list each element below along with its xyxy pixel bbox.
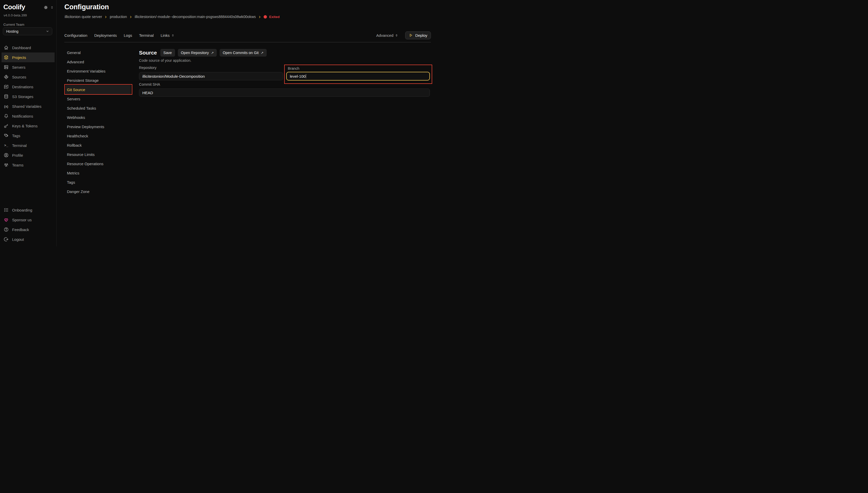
tabbar: Configuration Deployments Logs Terminal … — [64, 31, 431, 39]
status-dot-icon — [263, 15, 267, 19]
repository-input[interactable] — [139, 72, 283, 80]
sidebar-item-servers[interactable]: Servers — [2, 62, 55, 72]
map-icon — [4, 84, 9, 89]
help-icon — [4, 227, 9, 232]
chevrons-updown-icon — [395, 34, 398, 37]
terminal-icon: >_ — [4, 143, 9, 148]
team-select[interactable]: Hosting — [3, 27, 52, 35]
subnav-item-preview-deployments[interactable]: Preview Deployments — [65, 122, 131, 131]
config-subnav: General Advanced Environment Variables P… — [65, 48, 131, 196]
theme-sun-icon[interactable] — [43, 5, 48, 10]
logout-icon — [4, 237, 9, 242]
open-commits-button[interactable]: Open Commits on Git ↗ — [219, 49, 267, 57]
subnav-item-advanced[interactable]: Advanced — [65, 57, 131, 66]
sidebar-item-sources[interactable]: Sources — [2, 72, 55, 82]
current-team-label: Current Team — [3, 23, 24, 26]
sidebar-item-notifications[interactable]: Notifications — [2, 111, 55, 121]
source-header: Source Save Open Repository ↗ Open Commi… — [139, 49, 267, 57]
external-link-icon: ↗ — [261, 51, 263, 55]
subnav-item-general[interactable]: General — [65, 48, 131, 57]
deploy-button[interactable]: Deploy — [405, 31, 431, 39]
tab-terminal[interactable]: Terminal — [139, 33, 154, 38]
section-description: Code source of your application. — [139, 59, 191, 63]
sidebar-nav: Dashboard Projects Servers Sources Desti… — [0, 43, 56, 170]
sidebar-item-teams[interactable]: Teams — [2, 160, 55, 170]
database-icon — [4, 94, 9, 99]
branch-input[interactable]: level-100 — [286, 72, 430, 81]
checklist-icon — [4, 207, 9, 213]
subnav-item-webhooks[interactable]: Webhooks — [65, 113, 131, 122]
sidebar-footer-nav: Onboarding Sponsor us Feedback Logout — [0, 205, 56, 244]
breadcrumb: illicitonion quote server production ill… — [65, 15, 279, 19]
chevron-right-icon — [104, 16, 107, 19]
subnav-item-servers[interactable]: Servers — [65, 94, 131, 103]
home-icon — [4, 45, 9, 50]
chevron-down-icon — [46, 29, 49, 33]
coolify-app: Coolify v4.0.0-beta.399 Current Team Hos… — [0, 0, 434, 246]
status-badge: Exited — [269, 15, 280, 19]
sidebar-item-tags[interactable]: Tags — [2, 131, 55, 141]
text-cursor — [306, 74, 306, 78]
breadcrumb-environment[interactable]: production — [110, 15, 127, 19]
chevron-right-icon — [129, 16, 132, 19]
subnav-item-resource-limits[interactable]: Resource Limits — [65, 150, 131, 159]
main-content: Configuration illicitonion quote server … — [57, 0, 434, 246]
team-select-value: Hosting — [6, 29, 18, 34]
tab-logs[interactable]: Logs — [124, 33, 132, 38]
sidebar-item-dashboard[interactable]: Dashboard — [2, 43, 55, 52]
server-icon — [4, 65, 9, 70]
sidebar-item-destinations[interactable]: Destinations — [2, 82, 55, 92]
subnav-item-healthcheck[interactable]: Healthcheck — [65, 131, 131, 141]
subnav-item-persistent-storage[interactable]: Persistent Storage — [65, 76, 131, 85]
subnav-item-resource-operations[interactable]: Resource Operations — [65, 159, 131, 168]
sidebar-item-terminal[interactable]: >_ Terminal — [2, 141, 55, 150]
app-version: v4.0.0-beta.399 — [4, 14, 27, 17]
chevrons-updown-icon — [171, 34, 174, 37]
section-title: Source — [139, 50, 157, 56]
sidebar-item-onboarding[interactable]: Onboarding — [2, 205, 55, 215]
sidebar-item-projects[interactable]: Projects — [2, 52, 55, 62]
subnav-item-scheduled-tasks[interactable]: Scheduled Tasks — [65, 103, 131, 113]
tab-deployments[interactable]: Deployments — [94, 33, 117, 38]
sidebar-item-keys-tokens[interactable]: Keys & Tokens — [2, 121, 55, 131]
users-icon — [4, 163, 9, 168]
git-source-icon — [4, 74, 9, 80]
sidebar-item-s3-storages[interactable]: S3 Storages — [2, 92, 55, 101]
save-button[interactable]: Save — [161, 49, 175, 57]
app-logo: Coolify — [3, 3, 25, 11]
subnav-item-metrics[interactable]: Metrics — [65, 168, 131, 177]
tab-links[interactable]: Links — [161, 33, 174, 38]
variables-icon: (x) — [4, 104, 9, 109]
page-title: Configuration — [64, 3, 109, 11]
sidebar-item-feedback[interactable]: Feedback — [2, 224, 55, 234]
breadcrumb-application[interactable]: illicitestonion/-module--decomposition:m… — [135, 15, 256, 19]
advanced-menu[interactable]: Advanced — [376, 33, 399, 38]
sidebar-item-logout[interactable]: Logout — [2, 234, 55, 244]
subnav-item-environment-variables[interactable]: Environment Variables — [65, 66, 131, 76]
theme-switcher-chevrons-icon[interactable] — [50, 6, 54, 9]
open-repository-button[interactable]: Open Repository ↗ — [178, 49, 217, 57]
commit-sha-input[interactable] — [139, 88, 430, 97]
key-icon — [4, 123, 9, 128]
heart-icon — [4, 217, 9, 222]
sidebar-item-sponsor[interactable]: Sponsor us — [2, 215, 55, 224]
tab-configuration[interactable]: Configuration — [64, 33, 87, 38]
branch-label: Branch — [288, 66, 299, 70]
subnav-item-danger-zone[interactable]: Danger Zone — [65, 187, 131, 196]
subnav-item-git-source[interactable]: Git Source — [65, 85, 131, 94]
subnav-item-rollback[interactable]: Rollback — [65, 141, 131, 150]
tabbar-divider — [64, 42, 431, 42]
user-icon — [4, 153, 9, 158]
chevron-right-icon — [258, 16, 261, 19]
sidebar: Coolify v4.0.0-beta.399 Current Team Hos… — [0, 0, 57, 246]
commit-sha-label: Commit SHA — [139, 82, 160, 86]
subnav-item-tags[interactable]: Tags — [65, 177, 131, 187]
sidebar-item-shared-variables[interactable]: (x) Shared Variables — [2, 101, 55, 111]
play-icon — [409, 33, 413, 37]
layers-icon — [4, 55, 9, 60]
external-link-icon: ↗ — [211, 51, 214, 55]
sidebar-item-profile[interactable]: Profile — [2, 150, 55, 160]
breadcrumb-project[interactable]: illicitonion quote server — [65, 15, 102, 19]
bell-icon — [4, 113, 9, 119]
tag-icon — [4, 133, 9, 138]
